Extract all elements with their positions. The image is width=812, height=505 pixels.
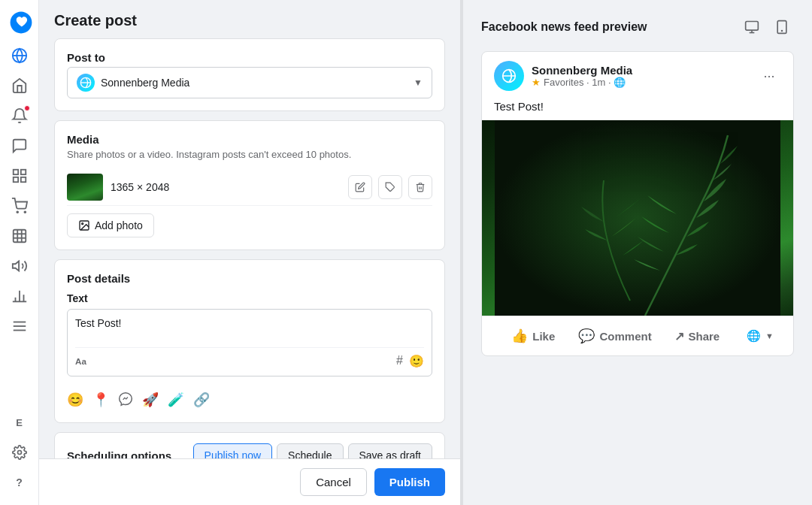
fb-page-info: Sonnenberg Media ★ Favorites · 1m · 🌐 <box>532 64 632 88</box>
fb-more-options-button[interactable]: ··· <box>757 64 781 88</box>
media-card: Media Share photos or a video. Instagram… <box>54 120 445 250</box>
scheduling-label: Scheduling options <box>67 449 171 459</box>
svg-point-7 <box>24 211 26 213</box>
like-label: Like <box>532 330 555 343</box>
text-editor[interactable]: Test Post! Aa # 🙂 <box>67 309 432 376</box>
sidebar-item-shop[interactable] <box>6 192 33 219</box>
svg-rect-5 <box>20 177 25 182</box>
scheduling-buttons: Publish now Schedule Save as draft <box>193 443 432 458</box>
svg-point-6 <box>17 211 18 213</box>
add-photo-label: Add photo <box>95 219 143 231</box>
preview-panel: Facebook news feed preview <box>463 0 812 505</box>
panel-scroll: Post to Sonnenberg Media ▼ Media Share p… <box>39 38 460 458</box>
preview-header: Facebook news feed preview <box>481 15 794 39</box>
edit-media-button[interactable] <box>348 175 372 199</box>
dropdown-arrow-icon: ▼ <box>414 77 423 88</box>
share-icon: ↗ <box>674 329 684 343</box>
media-dimensions: 1365 × 2048 <box>111 181 341 193</box>
main-content: Create post Post to Sonnenberg Media ▼ <box>39 0 812 505</box>
sidebar-item-analytics[interactable] <box>6 283 33 310</box>
desktop-view-button[interactable] <box>740 15 764 39</box>
sidebar-item-notifications[interactable] <box>6 102 33 129</box>
media-subtitle: Share photos or a video. Instagram posts… <box>67 149 432 160</box>
sidebar-item-grid[interactable] <box>6 222 33 249</box>
fb-post-image <box>482 120 793 316</box>
post-details-card: Post details Text Test Post! Aa # 🙂 <box>54 259 445 423</box>
svg-rect-28 <box>746 22 759 31</box>
messenger-tool[interactable] <box>118 392 133 410</box>
audience-icon: 🌐 <box>747 329 761 343</box>
fb-post-header: Sonnenberg Media ★ Favorites · 1m · 🌐 ··… <box>482 52 793 100</box>
hashtag-icon[interactable]: # <box>396 354 403 368</box>
like-icon: 👍 <box>511 328 528 344</box>
emoji-smile-tool[interactable]: 😊 <box>67 392 83 410</box>
text-toolbar: Aa # 🙂 <box>75 347 424 368</box>
fb-page-name: Sonnenberg Media <box>532 64 632 77</box>
page-name: Sonnenberg Media <box>101 77 408 89</box>
panel-header: Create post <box>39 0 460 38</box>
panel-footer: Cancel Publish <box>39 458 460 505</box>
scheduling-card: Scheduling options Publish now Schedule … <box>54 432 445 458</box>
svg-point-21 <box>17 451 21 455</box>
post-to-label: Post to <box>67 51 432 64</box>
publish-button[interactable]: Publish <box>374 468 445 496</box>
sidebar-item-pages[interactable] <box>6 162 33 189</box>
post-text-content[interactable]: Test Post! <box>75 317 424 341</box>
emoji-picker-icon[interactable]: 🙂 <box>409 354 424 368</box>
svg-point-26 <box>82 223 83 225</box>
sidebar-settings[interactable] <box>6 439 33 466</box>
fb-post-card: Sonnenberg Media ★ Favorites · 1m · 🌐 ··… <box>481 51 794 356</box>
svg-rect-2 <box>13 170 17 174</box>
sidebar: E ? <box>0 0 39 505</box>
comment-label: Comment <box>599 330 651 343</box>
sidebar-item-globe[interactable] <box>6 42 33 69</box>
sidebar-user-initial[interactable]: E <box>6 409 33 436</box>
like-action[interactable]: 👍 Like <box>494 322 572 349</box>
tag-media-button[interactable] <box>378 175 402 199</box>
sidebar-item-more[interactable] <box>6 313 33 340</box>
meta-logo <box>8 9 32 33</box>
fb-post-meta: ★ Favorites · 1m · 🌐 <box>532 77 632 88</box>
notification-badge <box>24 105 30 111</box>
svg-text:Aa: Aa <box>75 355 86 365</box>
media-label: Media <box>67 133 432 146</box>
page-title: Create post <box>54 12 445 29</box>
media-item: 1365 × 2048 <box>67 169 432 206</box>
post-to-dropdown[interactable]: Sonnenberg Media ▼ <box>67 67 432 98</box>
link-tool[interactable]: 🔗 <box>193 392 210 410</box>
emoji-toolbar: 😊 📍 🚀 🧪 🔗 <box>67 384 432 410</box>
cancel-button[interactable]: Cancel <box>300 468 367 496</box>
boost-tool[interactable]: 🚀 <box>142 392 159 410</box>
device-icons <box>740 15 794 39</box>
experiment-tool[interactable]: 🧪 <box>168 392 184 410</box>
comment-icon: 💬 <box>578 328 595 344</box>
sidebar-item-home[interactable] <box>6 72 33 99</box>
comment-action[interactable]: 💬 Comment <box>575 322 654 349</box>
svg-rect-35 <box>495 120 780 316</box>
save-draft-button[interactable]: Save as draft <box>348 443 433 458</box>
schedule-button[interactable]: Schedule <box>277 443 343 458</box>
mobile-view-button[interactable] <box>770 15 794 39</box>
create-post-panel: Create post Post to Sonnenberg Media ▼ <box>39 0 460 505</box>
format-text-icon[interactable]: Aa <box>75 355 93 367</box>
share-action[interactable]: ↗ Share <box>658 324 736 349</box>
publish-now-button[interactable]: Publish now <box>193 443 273 458</box>
post-details-label: Post details <box>67 272 432 285</box>
fb-post-text: Test Post! <box>482 100 793 120</box>
fb-meta-text: Favorites · 1m · 🌐 <box>544 77 626 88</box>
page-avatar <box>77 74 95 92</box>
svg-marker-13 <box>12 262 18 271</box>
preview-title: Facebook news feed preview <box>481 20 647 34</box>
text-field-label: Text <box>67 292 432 304</box>
delete-media-button[interactable] <box>408 175 432 199</box>
audience-selector[interactable]: 🌐 ▼ <box>739 324 781 348</box>
favorites-star-icon: ★ <box>532 77 541 88</box>
post-to-card: Post to Sonnenberg Media ▼ <box>54 38 445 111</box>
sidebar-help[interactable]: ? <box>6 469 33 496</box>
fb-avatar-area: Sonnenberg Media ★ Favorites · 1m · 🌐 <box>494 61 632 91</box>
sidebar-item-ads[interactable] <box>6 252 33 280</box>
add-photo-button[interactable]: Add photo <box>67 213 154 237</box>
svg-rect-4 <box>13 177 17 182</box>
location-tool[interactable]: 📍 <box>92 392 109 410</box>
sidebar-item-messages[interactable] <box>6 132 33 159</box>
